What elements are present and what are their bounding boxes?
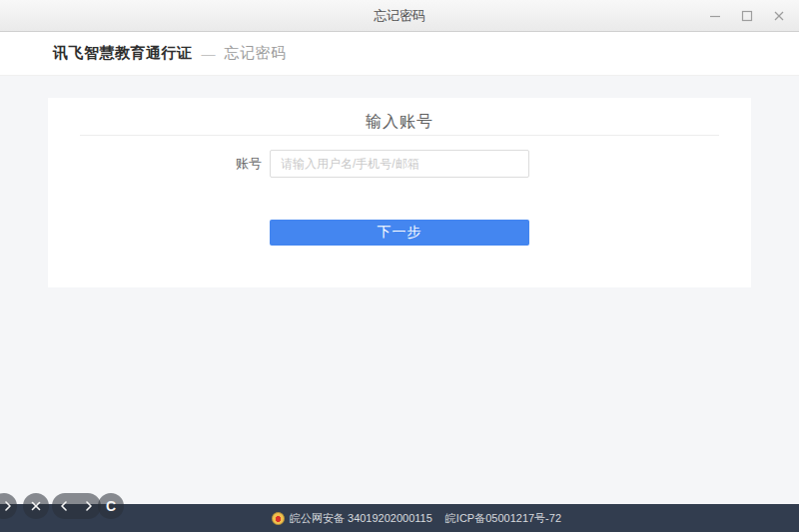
card-title: 输入账号 <box>48 98 751 134</box>
back-button[interactable] <box>52 493 77 519</box>
card-divider <box>80 135 719 136</box>
minimize-icon <box>708 9 722 23</box>
window-controls <box>699 0 795 31</box>
chevron-right-icon <box>85 501 93 511</box>
refresh-icon: C <box>106 499 116 513</box>
app-window: 忘记密码 讯飞智慧教育通行证 — 忘记密码 <box>0 0 799 532</box>
close-button[interactable] <box>766 3 792 29</box>
icp-record-text: 皖ICP备05001217号-72 <box>445 511 561 526</box>
footer-records: 皖公网安备 34019202000115 皖ICP备05001217号-72 <box>17 504 799 532</box>
close-icon <box>31 501 41 511</box>
app-header: 讯飞智慧教育通行证 — 忘记密码 <box>0 32 799 76</box>
police-record-text: 皖公网安备 34019202000115 <box>290 511 432 526</box>
breadcrumb-separator: — <box>202 46 216 62</box>
main-area: 输入账号 账号 下一步 <box>0 76 799 504</box>
minimize-button[interactable] <box>702 3 728 29</box>
account-label: 账号 <box>236 150 264 178</box>
maximize-icon <box>740 9 754 23</box>
titlebar[interactable]: 忘记密码 <box>0 0 799 32</box>
page-title: 忘记密码 <box>225 44 287 63</box>
forgot-password-card: 输入账号 账号 下一步 <box>48 98 751 287</box>
account-input[interactable] <box>270 150 529 178</box>
refresh-button[interactable]: C <box>98 493 124 519</box>
chevron-right-icon <box>4 501 12 511</box>
public-security-badge-icon <box>272 512 285 525</box>
brand-title: 讯飞智慧教育通行证 <box>53 44 193 63</box>
history-nav-group <box>52 493 101 519</box>
window-title: 忘记密码 <box>0 0 799 31</box>
maximize-button[interactable] <box>734 3 760 29</box>
account-form-row: 账号 <box>48 150 751 178</box>
chevron-left-icon <box>60 501 68 511</box>
next-step-button[interactable]: 下一步 <box>270 220 529 246</box>
close-icon <box>772 9 786 23</box>
toolbar-close-button[interactable] <box>23 493 49 519</box>
